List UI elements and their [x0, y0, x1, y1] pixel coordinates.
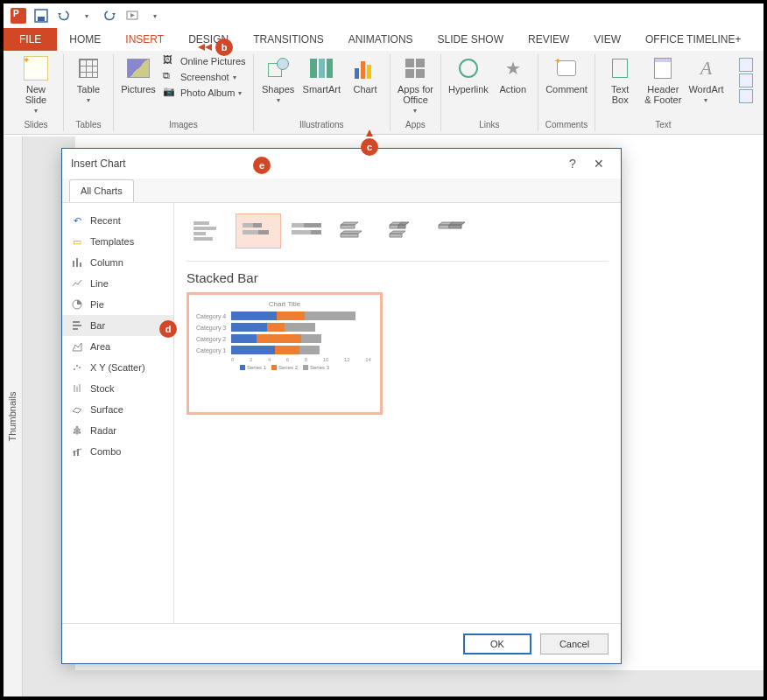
textbox-button[interactable]: Text Box	[602, 54, 637, 105]
preview-title: Chart Title	[196, 300, 373, 308]
preview-bar-row: Category 1	[196, 346, 373, 354]
tab-slideshow[interactable]: SLIDE SHOW	[426, 28, 516, 51]
subtype-title: Stacked Bar	[186, 262, 609, 292]
dialog-footer: OK Cancel	[62, 623, 621, 663]
svg-rect-8	[73, 325, 81, 326]
save-icon[interactable]	[32, 6, 51, 25]
tab-view[interactable]: VIEW	[581, 28, 633, 51]
cat-column[interactable]: Column	[62, 252, 173, 273]
subtype-100-stacked-bar[interactable]	[285, 214, 330, 248]
svg-rect-3	[73, 261, 74, 267]
tab-home[interactable]: HOME	[57, 28, 113, 51]
preview-bar-segment	[285, 323, 315, 332]
pie-icon	[71, 298, 83, 311]
object-icon[interactable]	[739, 89, 753, 103]
tab-animations[interactable]: ANIMATIONS	[336, 28, 426, 51]
date-time-icon[interactable]	[739, 58, 753, 72]
surface-icon	[71, 403, 83, 416]
cat-line[interactable]: Line	[62, 273, 173, 294]
cat-bar[interactable]: Bar	[62, 315, 173, 336]
hyperlink-button[interactable]: Hyperlink	[448, 54, 489, 94]
cat-templates[interactable]: ▭Templates	[62, 231, 173, 252]
chart-preview[interactable]: Chart Title Category 4Category 3Category…	[186, 292, 383, 415]
callout-b: b	[215, 38, 233, 56]
qat-customize-dropdown[interactable]	[145, 6, 165, 25]
powerpoint-window: FILE HOME INSERT DESIGN TRANSITIONS ANIM…	[4, 4, 763, 696]
group-tables: Table Tables	[64, 54, 114, 131]
tab-office-timeline[interactable]: OFFICE TIMELINE+	[633, 28, 753, 51]
preview-bar-row: Category 4	[196, 312, 373, 320]
undo-dropdown[interactable]	[77, 6, 96, 25]
thumbnails-pane-collapsed[interactable]: Thumbnails	[4, 136, 23, 696]
svg-rect-22	[258, 230, 269, 234]
group-label: Images	[169, 120, 198, 131]
templates-icon: ▭	[71, 235, 83, 248]
header-footer-button[interactable]: Header & Footer	[644, 54, 681, 105]
tab-insert[interactable]: INSERT	[113, 28, 176, 51]
subtype-3d-stacked-bar[interactable]	[383, 214, 428, 248]
action-button[interactable]: ★Action	[496, 54, 531, 94]
wordart-icon: A	[700, 57, 712, 80]
dialog-close-button[interactable]: ✕	[586, 157, 612, 171]
group-comments: Comment Comments	[538, 54, 595, 131]
cat-combo[interactable]: Combo	[62, 441, 173, 462]
ribbon-tabs: FILE HOME INSERT DESIGN TRANSITIONS ANIM…	[4, 28, 763, 51]
cancel-button[interactable]: Cancel	[540, 634, 609, 654]
wordart-button[interactable]: AWordArt	[688, 54, 723, 104]
thumbnails-label: Thumbnails	[8, 392, 18, 442]
dialog-titlebar: Insert Chart ? ✕	[62, 149, 621, 178]
comment-button[interactable]: Comment	[545, 54, 588, 94]
callout-c: c	[361, 138, 378, 156]
subtype-stacked-bar[interactable]	[236, 214, 281, 248]
redo-icon[interactable]	[100, 6, 119, 25]
app-icon[interactable]	[9, 6, 28, 25]
column-icon	[71, 256, 83, 269]
comment-icon	[557, 60, 576, 76]
tab-transitions[interactable]: TRANSITIONS	[241, 28, 336, 51]
group-text: Text Box Header & Footer AWordArt Text	[595, 54, 730, 131]
ok-button[interactable]: OK	[463, 634, 531, 654]
cat-recent[interactable]: ↶Recent	[62, 210, 173, 231]
subtype-3d-100-stacked-bar[interactable]	[432, 214, 477, 248]
chart-button[interactable]: Chart	[348, 54, 383, 94]
dialog-help-button[interactable]: ?	[559, 157, 586, 171]
callout-c-arrow-up	[366, 130, 373, 136]
cat-surface[interactable]: Surface	[62, 399, 173, 420]
start-from-beginning-icon[interactable]	[123, 6, 142, 25]
preview-category-label: Category 1	[196, 347, 228, 354]
tab-review[interactable]: REVIEW	[516, 28, 581, 51]
preview-bar-segment	[231, 323, 267, 332]
preview-bar-segment	[231, 312, 277, 320]
table-button[interactable]: Table	[71, 54, 106, 104]
preview-category-label: Category 2	[196, 336, 228, 342]
cat-xy[interactable]: X Y (Scatter)	[62, 357, 173, 378]
cat-stock[interactable]: Stock	[62, 378, 173, 399]
subtype-clustered-bar[interactable]	[186, 214, 232, 248]
preview-legend-item: Series 3	[303, 365, 329, 370]
cat-area[interactable]: Area	[62, 336, 173, 357]
undo-icon[interactable]	[54, 6, 74, 25]
preview-bar-segment	[305, 312, 355, 320]
subtype-3d-clustered-bar[interactable]	[334, 214, 379, 248]
preview-bar-segment	[257, 334, 301, 343]
preview-legend: Series 1Series 2Series 3	[196, 365, 373, 370]
shapes-button[interactable]: Shapes	[261, 54, 296, 104]
new-slide-button[interactable]: New Slide	[16, 54, 56, 115]
tab-file[interactable]: FILE	[4, 28, 57, 51]
apps-button[interactable]: Apps for Office	[398, 54, 433, 115]
preview-bar-segment	[267, 323, 285, 332]
textbox-icon	[612, 59, 628, 78]
cat-pie[interactable]: Pie	[62, 294, 173, 315]
online-pictures-button[interactable]: 🖼Online Pictures	[163, 54, 246, 68]
tab-all-charts[interactable]: All Charts	[69, 179, 134, 202]
preview-bar-segment	[301, 334, 321, 343]
cat-radar[interactable]: Radar	[62, 420, 173, 441]
photo-album-button[interactable]: 📷Photo Album	[163, 86, 246, 100]
screenshot-button[interactable]: ⧉Screenshot	[163, 70, 246, 84]
smartart-button[interactable]: SmartArt	[303, 54, 341, 94]
preview-legend-item: Series 2	[271, 365, 298, 370]
pictures-button[interactable]: Pictures	[121, 54, 156, 94]
svg-rect-7	[73, 321, 80, 323]
callout-e: e	[253, 157, 271, 174]
slide-number-icon[interactable]	[739, 74, 753, 88]
